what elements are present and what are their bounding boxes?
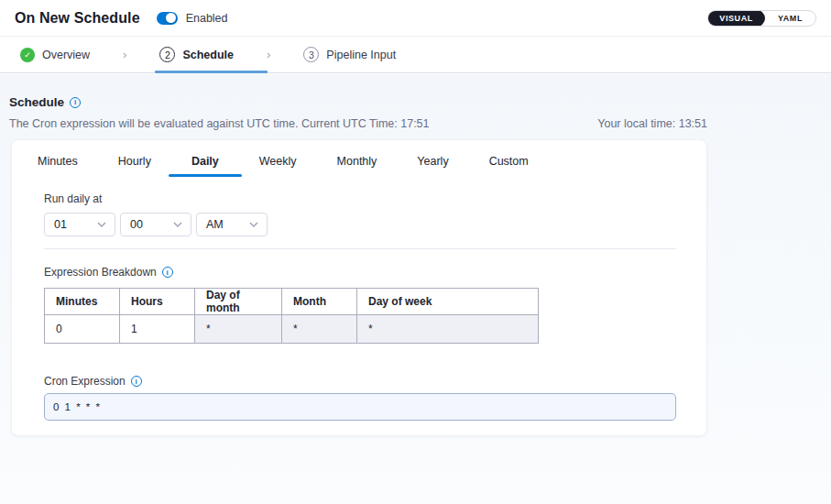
col-header-day-of-week: Day of week bbox=[357, 289, 539, 315]
cron-expression-text: Cron Expression bbox=[44, 375, 126, 388]
yaml-view-button[interactable]: YAML bbox=[765, 14, 815, 23]
cell-day-of-week-value: * bbox=[357, 315, 539, 344]
cell-month-value: * bbox=[282, 315, 357, 344]
col-header-minutes: Minutes bbox=[45, 289, 120, 315]
tab-hourly[interactable]: Hourly bbox=[118, 155, 151, 168]
expression-breakdown-text: Expression Breakdown bbox=[44, 266, 157, 279]
cron-expression-label: Cron Expression i bbox=[44, 375, 142, 388]
ampm-select[interactable]: AM bbox=[196, 213, 268, 236]
active-step-underline bbox=[155, 71, 268, 73]
page-background: Schedule i The Cron expression will be e… bbox=[0, 74, 831, 504]
header-bar: On New Schedule Enabled VISUAL YAML bbox=[0, 0, 831, 37]
info-icon[interactable]: i bbox=[131, 376, 142, 387]
enabled-toggle[interactable] bbox=[157, 12, 178, 25]
step-pipeline-input[interactable]: 3 Pipeline Input bbox=[303, 47, 396, 62]
frequency-tabs: Minutes Hourly Daily Weekly Monthly Year… bbox=[38, 155, 529, 168]
step-overview[interactable]: ✓ Overview bbox=[20, 48, 90, 62]
info-icon[interactable]: i bbox=[162, 267, 173, 278]
tab-daily[interactable]: Daily bbox=[191, 155, 219, 168]
minute-select-value: 00 bbox=[130, 218, 143, 231]
step-complete-check-icon: ✓ bbox=[20, 48, 35, 62]
tab-custom[interactable]: Custom bbox=[489, 155, 529, 168]
section-divider bbox=[44, 248, 676, 249]
step-overview-label: Overview bbox=[42, 49, 90, 61]
table-header-row: Minutes Hours Day of month Month Day of … bbox=[45, 289, 539, 315]
cell-minutes-value: 0 bbox=[45, 315, 120, 344]
expression-breakdown-label: Expression Breakdown i bbox=[44, 266, 173, 279]
step-2-number: 2 bbox=[159, 47, 175, 62]
step-schedule-label: Schedule bbox=[182, 49, 234, 61]
schedule-heading-text: Schedule bbox=[9, 95, 64, 109]
visual-view-button[interactable]: VISUAL bbox=[707, 10, 765, 27]
ampm-select-value: AM bbox=[206, 218, 224, 231]
info-icon[interactable]: i bbox=[70, 97, 81, 108]
chevron-down-icon bbox=[173, 222, 182, 227]
col-header-hours: Hours bbox=[120, 289, 195, 315]
col-header-month: Month bbox=[282, 289, 357, 315]
cron-expression-input[interactable]: 0 1 * * * bbox=[44, 393, 676, 421]
cell-day-of-month-value: * bbox=[195, 315, 282, 344]
tab-monthly[interactable]: Monthly bbox=[337, 155, 377, 168]
col-header-day-of-month: Day of month bbox=[195, 289, 282, 315]
step-schedule[interactable]: 2 Schedule bbox=[159, 47, 234, 62]
cell-hours-value: 1 bbox=[120, 315, 195, 344]
table-value-row: 0 1 * * * bbox=[45, 315, 539, 344]
schedule-section-heading: Schedule i bbox=[9, 95, 81, 109]
step-3-number: 3 bbox=[303, 47, 319, 62]
page-title: On New Schedule bbox=[15, 10, 140, 27]
utc-time-note: The Cron expression will be evaluated ag… bbox=[9, 117, 430, 130]
wizard-stepper: ✓ Overview › 2 Schedule › 3 Pipeline Inp… bbox=[0, 37, 831, 73]
enabled-toggle-label: Enabled bbox=[186, 12, 228, 25]
chevron-down-icon bbox=[249, 222, 258, 227]
hour-select[interactable]: 01 bbox=[44, 213, 115, 236]
chevron-right-icon: › bbox=[267, 48, 270, 61]
chevron-right-icon: › bbox=[123, 48, 126, 61]
tab-minutes[interactable]: Minutes bbox=[38, 155, 78, 168]
step-pipeline-input-label: Pipeline Input bbox=[326, 49, 396, 61]
run-daily-at-label: Run daily at bbox=[44, 192, 102, 205]
chevron-down-icon bbox=[97, 222, 106, 227]
minute-select[interactable]: 00 bbox=[120, 213, 191, 236]
expression-breakdown-table: Minutes Hours Day of month Month Day of … bbox=[44, 288, 539, 344]
hour-select-value: 01 bbox=[54, 218, 67, 231]
schedule-card: Minutes Hourly Daily Weekly Monthly Year… bbox=[11, 139, 707, 436]
local-time-note: Your local time: 13:51 bbox=[597, 117, 707, 130]
toggle-knob bbox=[166, 13, 176, 23]
tab-weekly[interactable]: Weekly bbox=[259, 155, 297, 168]
view-switch: VISUAL YAML bbox=[707, 10, 816, 27]
tab-yearly[interactable]: Yearly bbox=[417, 155, 448, 168]
